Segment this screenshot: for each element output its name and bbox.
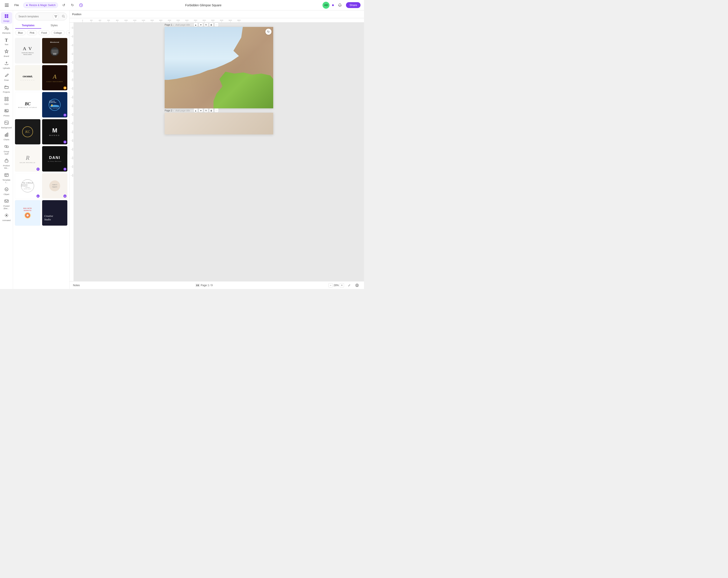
filter-collage[interactable]: Collage (51, 30, 65, 35)
ruler-mark: 3200 (217, 20, 226, 22)
sidebar-item-draw[interactable]: Draw (1, 71, 12, 83)
template-card-kc[interactable]: KC (15, 119, 41, 145)
template-card-rachelle[interactable]: R SALON RACHELLE W (15, 146, 41, 172)
show-pages-button[interactable] (196, 284, 200, 287)
magic-switch-button[interactable]: ✦ Resize & Magic Switch (23, 2, 58, 8)
ruler-mark: 0 (78, 20, 87, 22)
sidebar-item-group-stuff[interactable]: Group Stuff (1, 143, 12, 157)
svg-rect-11 (5, 109, 8, 112)
sidebar-item-charts[interactable]: Charts (1, 131, 12, 142)
canvas-page-2[interactable] (165, 113, 273, 134)
sidebar-item-template-i[interactable]: Template I... (1, 171, 12, 185)
ruler-mark: 1000 (122, 20, 130, 22)
ruler-left-mark: 2000 (71, 102, 74, 110)
design-label: Design (3, 20, 9, 22)
svg-rect-14 (5, 135, 6, 136)
accessibility-button[interactable] (354, 282, 361, 289)
menu-button[interactable] (3, 2, 10, 8)
page-2-duplicate-button[interactable]: ⧉ (204, 108, 208, 113)
ruler-mark: 1600 (148, 20, 156, 22)
projects-label: Projects (3, 91, 10, 94)
undo-button[interactable]: ↺ (60, 2, 67, 8)
sidebar-item-elements[interactable]: Elements (1, 24, 12, 35)
page-2-delete-button[interactable]: 🗑 (209, 108, 213, 113)
template-card-make-happen[interactable]: make ithappen W (42, 173, 68, 199)
sidebar-item-posted[interactable]: Posted (Bac... (1, 197, 12, 211)
templates-grid: A V Aesthically VillainousBeauty Edition… (13, 37, 69, 289)
share-button[interactable]: Share (346, 2, 361, 8)
ruler-left-mark: 1200 (71, 67, 74, 76)
design-icon (4, 14, 9, 19)
sidebar-item-text[interactable]: T Text (1, 36, 12, 47)
svg-rect-6 (7, 28, 8, 30)
bottom-right: − 28% + ⤢ (329, 282, 361, 289)
page-2-more-button[interactable]: ⋯ (214, 108, 219, 113)
ruler-left-mark: 1800 (71, 93, 74, 102)
filter-settings-button[interactable] (53, 14, 59, 20)
notes-button[interactable]: Notes (73, 284, 80, 287)
notification-dot (332, 4, 334, 6)
fullscreen-button[interactable]: ⤢ (346, 282, 353, 289)
svg-rect-10 (7, 100, 8, 101)
sidebar-item-product[interactable]: Product We... (1, 157, 12, 170)
sidebar-item-photos[interactable]: Photos (1, 107, 12, 119)
svg-rect-27 (198, 284, 199, 286)
ruler-mark: 3400 (226, 20, 235, 22)
sidebar-item-apps[interactable]: Apps (1, 95, 12, 107)
page-1-prev-button[interactable]: ▲ (193, 23, 198, 27)
product-icon (4, 158, 9, 164)
template-card-coconut[interactable]: coconut. ─ ─ ─ ─ ─ ─ ─ (15, 65, 41, 91)
filter-pink[interactable]: Pink (27, 30, 37, 35)
page-2-title-placeholder[interactable]: Add page title (176, 109, 190, 112)
filter-green[interactable]: Green (66, 30, 69, 35)
zoom-out-button[interactable]: − (329, 283, 333, 287)
sidebar-item-background[interactable]: Background (1, 119, 12, 130)
template-card-dani[interactable]: DANI by Kany Martinez W (42, 146, 68, 172)
template-card-borcelle[interactable]: BC BORCELLE STUDIO (15, 92, 41, 118)
search-wrapper (15, 12, 67, 20)
bell-icon[interactable] (336, 2, 343, 9)
template-card-weekend[interactable]: Weekend (42, 38, 68, 63)
refresh-canvas-button[interactable]: ↻ (265, 29, 271, 35)
filter-food[interactable]: Food (38, 30, 50, 35)
sidebar-item-brand[interactable]: Brand (1, 47, 12, 59)
template-card-creative[interactable]: CreativeStudio ─ ─ ─ (42, 200, 68, 226)
template-card-ocean[interactable]: OCEAN SURFING BALI INDONESIA W (42, 92, 68, 118)
template-card-mango[interactable]: M MANGO W (42, 119, 68, 145)
text-label: Text (5, 44, 8, 46)
canvas-page-1[interactable]: ↻ (165, 27, 273, 108)
sidebar-item-design[interactable]: Design (1, 12, 12, 24)
sidebar-item-uploads[interactable]: Uploads (1, 59, 12, 71)
template-card-circle[interactable]: The CIRCLE DESIGN STUDIO ESTD 2011 W (15, 173, 41, 199)
file-menu-button[interactable]: File (12, 3, 21, 8)
ruler-mark: 2200 (174, 20, 182, 22)
page-1-more-button[interactable]: ⋯ (214, 23, 219, 27)
tab-templates[interactable]: Templates (15, 23, 41, 29)
elements-label: Elements (2, 32, 11, 34)
page-1-delete-button[interactable]: 🗑 (209, 23, 213, 27)
template-card-monogram[interactable]: A LOGO DESIGNER ♛ (42, 65, 68, 91)
canvas-scroll[interactable]: Page 1 - Add page title ▲ ▼ ⧉ 🗑 ⋯ (74, 23, 364, 281)
sidebar-item-animated[interactable]: Animated (1, 211, 12, 223)
template-card-donuts[interactable]: BIG BITEDONUTS (15, 200, 41, 226)
search-input[interactable] (15, 12, 67, 20)
sidebar-item-projects[interactable]: Projects (1, 83, 12, 95)
photos-icon (4, 109, 9, 114)
page-1-next-button[interactable]: ▼ (199, 23, 203, 27)
sidebar-item-clipart[interactable]: Clipart (1, 185, 12, 197)
svg-point-21 (5, 188, 8, 191)
redo-button[interactable]: ↻ (69, 2, 75, 8)
zoom-in-button[interactable]: + (340, 283, 344, 287)
template-card-av[interactable]: A V Aesthically VillainousBeauty Edition (15, 38, 41, 63)
page-1-duplicate-button[interactable]: ⧉ (204, 23, 208, 27)
hide-panel-button[interactable]: › (68, 146, 70, 154)
apps-icon (4, 97, 9, 102)
page-2-next-button[interactable]: ▼ (199, 108, 203, 113)
panel-tabs: Templates Styles (13, 20, 69, 29)
page-2-prev-button[interactable]: ▲ (193, 108, 198, 113)
tab-styles[interactable]: Styles (41, 23, 67, 29)
page-1-title-placeholder[interactable]: Add page title (176, 23, 190, 26)
uploads-icon (4, 61, 9, 67)
template-i-icon (4, 173, 9, 178)
filter-blue[interactable]: Blue (15, 30, 26, 35)
